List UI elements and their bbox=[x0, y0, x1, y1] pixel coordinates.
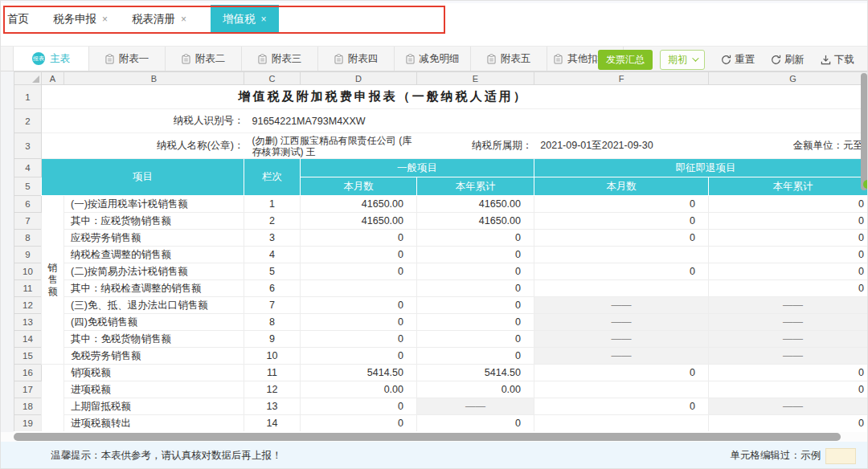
row-number[interactable]: 7 bbox=[14, 213, 42, 230]
row-number[interactable]: 11 bbox=[14, 280, 42, 297]
item-cell[interactable]: 其中：免税货物销售额 bbox=[64, 331, 244, 348]
value-cell[interactable]: —— bbox=[709, 331, 868, 348]
value-cell[interactable] bbox=[301, 280, 417, 297]
value-cell[interactable]: 0 bbox=[709, 280, 868, 297]
value-cell[interactable]: —— bbox=[534, 348, 709, 365]
item-cell[interactable]: 进项税额转出 bbox=[64, 415, 244, 432]
value-cell[interactable]: 0 bbox=[417, 247, 534, 263]
line-number-cell[interactable]: 3 bbox=[244, 230, 301, 247]
value-cell[interactable]: 0 bbox=[417, 331, 534, 348]
value-cell[interactable]: —— bbox=[709, 348, 868, 365]
row-number[interactable]: 6 bbox=[14, 196, 42, 213]
item-cell[interactable]: 纳税检查调整的销售额 bbox=[64, 247, 244, 263]
value-cell[interactable]: —— bbox=[709, 398, 868, 415]
column-letter[interactable]: F bbox=[534, 72, 709, 85]
value-cell[interactable]: 0 bbox=[534, 196, 709, 213]
value-cell[interactable]: 0 bbox=[534, 230, 709, 247]
item-cell[interactable]: 上期留抵税额 bbox=[64, 398, 244, 415]
value-cell[interactable]: 0 bbox=[709, 263, 868, 280]
row-number[interactable]: 16 bbox=[14, 365, 42, 381]
line-number-cell[interactable]: 13 bbox=[244, 398, 301, 415]
value-cell[interactable] bbox=[534, 415, 709, 432]
row-number[interactable]: 17 bbox=[14, 381, 42, 398]
value-cell[interactable]: 0 bbox=[534, 398, 709, 415]
value-cell[interactable]: 0 bbox=[417, 230, 534, 247]
row-number[interactable]: 1 bbox=[14, 85, 42, 109]
period-dropdown[interactable]: 期初 bbox=[660, 50, 705, 70]
column-letter[interactable]: B bbox=[64, 72, 244, 85]
value-cell[interactable]: 0.00 bbox=[417, 381, 534, 398]
sheet-tab-1[interactable]: 报表主表 bbox=[13, 47, 89, 71]
line-number-cell[interactable]: 9 bbox=[244, 331, 301, 348]
item-cell[interactable]: 其中：纳税检查调整的销售额 bbox=[64, 280, 244, 297]
tab-home[interactable]: 首页 bbox=[7, 2, 29, 36]
invoice-summary-button[interactable]: 发票汇总 bbox=[598, 50, 653, 70]
vertical-scrollbar[interactable] bbox=[861, 73, 867, 190]
value-cell[interactable]: 0 bbox=[534, 263, 709, 280]
horizontal-scrollbar[interactable] bbox=[14, 433, 841, 441]
value-cell[interactable]: 0 bbox=[301, 314, 417, 331]
row-number[interactable]: 18 bbox=[14, 398, 42, 415]
value-cell[interactable]: 0 bbox=[709, 381, 868, 398]
item-cell[interactable]: (四)免税销售额 bbox=[64, 314, 244, 331]
row-number[interactable]: 8 bbox=[14, 230, 42, 247]
line-number-cell[interactable]: 7 bbox=[244, 297, 301, 314]
close-icon[interactable]: × bbox=[181, 14, 186, 25]
value-cell[interactable]: 41650.00 bbox=[301, 213, 417, 230]
row-number[interactable]: 10 bbox=[14, 263, 42, 280]
line-number-cell[interactable]: 1 bbox=[244, 196, 301, 213]
value-cell[interactable]: 0 bbox=[301, 415, 417, 432]
column-letter[interactable]: E bbox=[417, 72, 534, 85]
sheet-tab-6[interactable]: 减免明细 bbox=[395, 47, 471, 71]
value-cell[interactable]: 0 bbox=[534, 213, 709, 230]
value-cell[interactable]: —— bbox=[534, 297, 709, 314]
row-number[interactable]: 14 bbox=[14, 331, 42, 348]
value-cell[interactable]: 0 bbox=[301, 348, 417, 365]
tab-tax-declaration[interactable]: 税务申报 × bbox=[53, 2, 108, 36]
line-number-cell[interactable]: 12 bbox=[244, 381, 301, 398]
value-cell[interactable]: 0 bbox=[301, 398, 417, 415]
value-cell[interactable]: 0 bbox=[417, 348, 534, 365]
value-cell[interactable]: 0 bbox=[709, 230, 868, 247]
close-icon[interactable]: × bbox=[261, 14, 267, 25]
value-cell[interactable]: 0 bbox=[709, 415, 868, 432]
item-cell[interactable]: 免税劳务销售额 bbox=[64, 348, 244, 365]
sheet-tab-7[interactable]: 附表五 bbox=[471, 47, 547, 71]
value-cell[interactable]: —— bbox=[534, 331, 709, 348]
row-number[interactable]: 4 bbox=[14, 159, 42, 177]
value-cell[interactable]: —— bbox=[417, 398, 534, 415]
column-letter[interactable]: C bbox=[244, 72, 301, 85]
value-cell[interactable]: 0 bbox=[417, 280, 534, 297]
item-cell[interactable]: 销项税额 bbox=[64, 365, 244, 381]
column-letter[interactable]: A bbox=[42, 72, 64, 85]
row-number[interactable]: 9 bbox=[14, 247, 42, 263]
value-cell[interactable]: 0 bbox=[301, 263, 417, 280]
scroll-indicator-dot[interactable] bbox=[863, 180, 868, 189]
value-cell[interactable]: 0.00 bbox=[301, 381, 417, 398]
row-number[interactable]: 19 bbox=[14, 415, 42, 432]
sheet-tab-4[interactable]: 附表三 bbox=[242, 47, 318, 71]
close-icon[interactable]: × bbox=[102, 14, 108, 25]
value-cell[interactable]: 0 bbox=[534, 365, 709, 381]
line-number-cell[interactable]: 2 bbox=[244, 213, 301, 230]
value-cell[interactable]: —— bbox=[709, 314, 868, 331]
row-number[interactable]: 13 bbox=[14, 314, 42, 331]
item-cell[interactable]: 应税劳务销售额 bbox=[64, 230, 244, 247]
tab-tax-form-register[interactable]: 税表清册 × bbox=[132, 2, 186, 36]
value-cell[interactable] bbox=[534, 247, 709, 263]
value-cell[interactable]: 0 bbox=[417, 263, 534, 280]
sheet-tab-2[interactable]: 附表一 bbox=[89, 47, 166, 71]
value-cell[interactable]: 5414.50 bbox=[301, 365, 417, 381]
sheet-tab-3[interactable]: 附表二 bbox=[166, 47, 242, 71]
value-cell[interactable]: —— bbox=[709, 297, 868, 314]
value-cell[interactable]: 0 bbox=[301, 331, 417, 348]
sheet-tab-5[interactable]: 附表四 bbox=[318, 47, 395, 71]
item-cell[interactable]: 其中：应税货物销售额 bbox=[64, 213, 244, 230]
value-cell[interactable]: 41650.00 bbox=[301, 196, 417, 213]
download-button[interactable]: 下载 bbox=[821, 53, 854, 67]
value-cell[interactable]: 41650.00 bbox=[417, 213, 534, 230]
value-cell[interactable]: —— bbox=[534, 314, 709, 331]
value-cell[interactable]: 0 bbox=[301, 297, 417, 314]
line-number-cell[interactable]: 11 bbox=[244, 365, 301, 381]
value-cell[interactable]: 0 bbox=[709, 213, 868, 230]
